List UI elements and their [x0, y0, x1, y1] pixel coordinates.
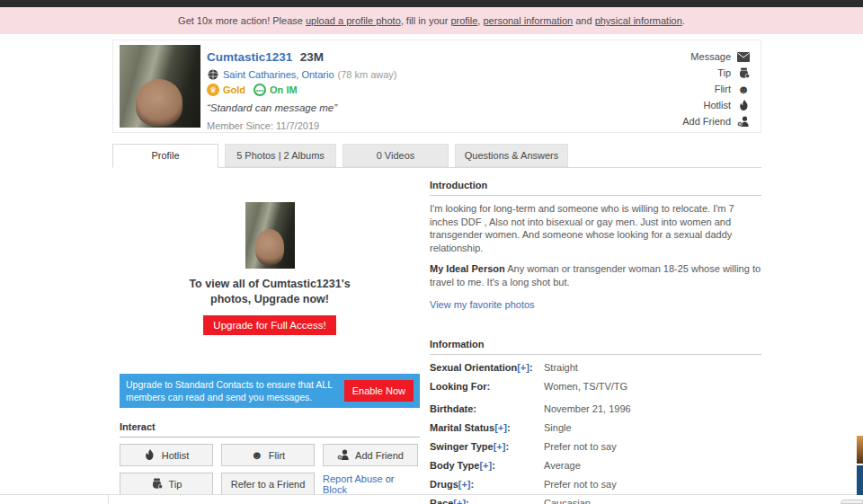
- info-row-drugs: Drugs[+]:Prefer not to say: [430, 478, 761, 491]
- expand-plus[interactable]: [+]: [453, 498, 466, 504]
- profile-header-info: Cumtastic1231 23M Saint Catharines, Onta…: [207, 49, 397, 131]
- interact-heading: Interact: [120, 421, 420, 438]
- tab-videos[interactable]: 0 Videos: [343, 144, 449, 167]
- view-favorite-photos-link[interactable]: View my favorite photos: [430, 299, 535, 310]
- profile-photo[interactable]: [120, 45, 200, 128]
- membership-level: Gold: [223, 84, 245, 95]
- section-divider-vertical: [108, 495, 109, 504]
- interact-buttons: Hotlist ☻ Flirt Add Friend Tip Refer to …: [120, 444, 420, 495]
- add-person-icon: [737, 116, 750, 128]
- tip-action[interactable]: Tip: [682, 65, 750, 81]
- expand-plus[interactable]: [+]: [494, 422, 507, 433]
- ideal-person-label: My Ideal Person: [430, 263, 505, 274]
- section-divider: [0, 494, 863, 495]
- info-row-sexual-orientation: Sexual Orientation[+]:Straight: [430, 361, 761, 374]
- promo-banner: Get 10x more action! Please upload a pro…: [0, 7, 863, 34]
- tip-button[interactable]: Tip: [120, 473, 213, 495]
- member-since: Member Since: 11/7/2019: [207, 120, 397, 131]
- personal-information-link[interactable]: personal information: [483, 15, 573, 26]
- upgrade-full-access-button[interactable]: Upgrade for Full Access!: [203, 315, 335, 335]
- info-row-race: Race[+]:Caucasian: [430, 497, 761, 504]
- introduction-text: I'm looking for long-term and someone wh…: [430, 202, 761, 254]
- add-person-icon: [337, 449, 350, 461]
- expand-plus[interactable]: [+]: [458, 479, 471, 490]
- tip-jar-icon: [737, 67, 750, 79]
- wink-smiley-icon: ☻: [737, 84, 750, 95]
- introduction-heading: Introduction: [430, 180, 761, 196]
- standard-contacts-text: Upgrade to Standard Contacts to ensure t…: [126, 378, 342, 403]
- info-row-birthdate: Birthdate:November 21, 1996: [430, 402, 761, 415]
- tip-jar-icon: [151, 478, 164, 490]
- expand-plus[interactable]: [+]: [517, 362, 529, 373]
- top-dark-bar: [0, 0, 863, 7]
- distance: (78 km away): [338, 69, 397, 80]
- enable-now-button[interactable]: Enable Now: [344, 380, 414, 402]
- age-sex: 23M: [300, 50, 324, 64]
- tab-photos-albums[interactable]: 5 Photos | 2 Albums: [225, 144, 336, 167]
- hotlist-action[interactable]: Hotlist: [682, 97, 750, 113]
- physical-information-link[interactable]: physical information: [595, 15, 682, 26]
- standard-contacts-banner: Upgrade to Standard Contacts to ensure t…: [120, 374, 420, 408]
- report-block-links: Report Abuse or Block: [323, 473, 418, 495]
- info-row-marital-status: Marital Status[+]:Single: [430, 421, 761, 434]
- globe-icon: [207, 68, 219, 80]
- locked-photo-face: [255, 229, 284, 265]
- profile-tabs: Profile 5 Photos | 2 Albums 0 Videos Que…: [112, 144, 761, 168]
- profile-quote: “Standard can message me”: [207, 102, 397, 113]
- username: Cumtastic1231: [207, 50, 292, 64]
- information-heading: Information: [430, 339, 761, 355]
- header-actions: Message Tip Flirt ☻ Hotlist Add Friend: [682, 49, 750, 129]
- gold-crown-icon: ♛: [207, 84, 219, 96]
- flirt-button[interactable]: ☻ Flirt: [221, 444, 315, 466]
- ideal-person-paragraph: My Ideal Person Any woman or transgender…: [430, 262, 761, 288]
- info-row-looking-for: Looking For:Women, TS/TV/TG: [430, 380, 761, 393]
- expand-plus[interactable]: [+]: [494, 441, 506, 452]
- flame-icon: [737, 100, 750, 111]
- report-abuse-link[interactable]: Report Abuse: [323, 473, 383, 484]
- envelope-icon: [737, 51, 750, 63]
- profile-header-card: Cumtastic1231 23M Saint Catharines, Onta…: [112, 40, 761, 133]
- flirt-action[interactable]: Flirt ☻: [682, 81, 750, 97]
- im-status: On IM: [270, 84, 298, 95]
- tab-questions-answers[interactable]: Questions & Answers: [455, 144, 568, 167]
- add-friend-button[interactable]: Add Friend: [323, 444, 418, 466]
- message-action[interactable]: Message: [682, 49, 750, 65]
- upgrade-caption: To view all of Cumtastic1231's photos, U…: [120, 277, 420, 307]
- tab-profile[interactable]: Profile: [112, 144, 218, 168]
- profile-link[interactable]: profile: [450, 15, 477, 26]
- hotlist-button[interactable]: Hotlist: [120, 444, 213, 466]
- flame-icon: [144, 449, 156, 461]
- promo-text: Get 10x more action! Please: [178, 15, 306, 26]
- right-column: Introduction I'm looking for long-term a…: [430, 180, 761, 504]
- locked-photo-thumbnail[interactable]: [245, 202, 295, 269]
- left-column: To view all of Cumtastic1231's photos, U…: [120, 199, 420, 495]
- wink-smiley-icon: ☻: [251, 449, 263, 461]
- cutoff-thumbnail-navy: [857, 465, 863, 495]
- add-friend-action[interactable]: Add Friend: [682, 113, 750, 129]
- expand-plus[interactable]: [+]: [479, 460, 492, 471]
- on-im-icon: •••: [254, 84, 266, 96]
- info-row-swinger-type: Swinger Type[+]:Prefer not to say: [430, 440, 761, 453]
- profile-photo-face: [136, 79, 182, 126]
- block-link[interactable]: Block: [323, 484, 347, 495]
- refer-friend-button[interactable]: Refer to a Friend: [221, 473, 315, 495]
- upload-photo-link[interactable]: upload a profile photo: [306, 15, 401, 26]
- cutoff-thumbnail-orange: [857, 436, 863, 464]
- info-row-body-type: Body Type[+]:Average: [430, 459, 761, 472]
- bottom-right-widget-edge: [841, 500, 863, 504]
- location-link[interactable]: Saint Catharines, Ontario: [223, 69, 334, 80]
